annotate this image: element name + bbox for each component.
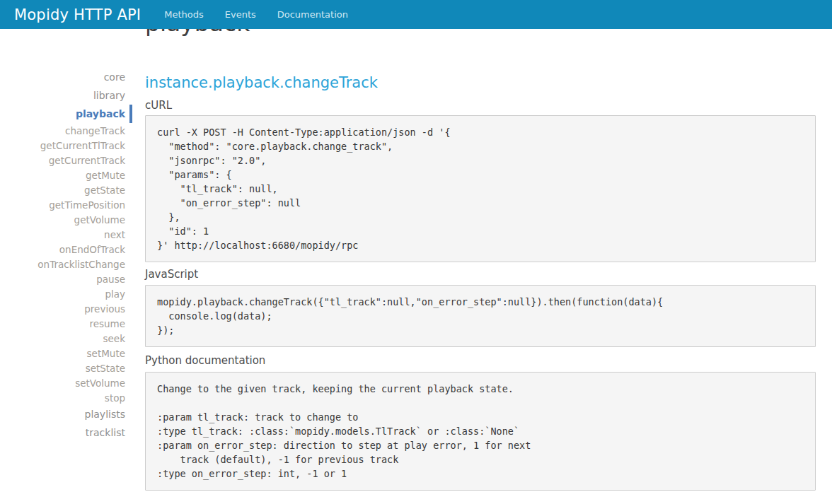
section-label-javascript: JavaScript [145,268,816,281]
brand-title[interactable]: Mopidy HTTP API [14,6,141,23]
sidebar-item-ontracklistchange[interactable]: onTracklistChange [0,257,132,271]
sidebar-item-getvolume[interactable]: getVolume [0,212,132,227]
sidebar-item-getcurrenttrack[interactable]: getCurrentTrack [0,153,132,168]
sidebar-item-stop[interactable]: stop [0,390,132,405]
sidebar-item-onendoftrack[interactable]: onEndOfTrack [0,242,132,257]
sidebar-item-previous[interactable]: previous [0,301,132,316]
sidebar-item-setstate[interactable]: setState [0,361,132,375]
sidebar-item-setmute[interactable]: setMute [0,346,132,361]
code-block-python-documentation[interactable]: Change to the given track, keeping the c… [145,372,816,491]
sidebar-item-changetrack[interactable]: changeTrack [0,123,132,138]
sidebar-item-resume[interactable]: resume [0,316,132,331]
sidebar-item-core[interactable]: core [0,68,132,86]
top-nav: Methods Events Documentation [164,9,369,20]
section-label-python-documentation: Python documentation [145,354,816,367]
code-block-javascript[interactable]: mopidy.playback.changeTrack({"tl_track":… [145,285,816,347]
sidebar-item-playlists[interactable]: playlists [0,405,132,423]
nav-item-methods[interactable]: Methods [164,9,204,20]
sidebar-item-getmute[interactable]: getMute [0,168,132,182]
nav-item-events[interactable]: Events [225,9,256,20]
method-title-link[interactable]: instance.playback.changeTrack [145,74,816,92]
nav-item-documentation[interactable]: Documentation [277,9,348,20]
section-label-curl: cURL [145,99,816,112]
top-header-bar: Mopidy HTTP API Methods Events Documenta… [0,0,832,29]
code-block-curl[interactable]: curl -X POST -H Content-Type:application… [145,115,816,262]
main-content: playback instance.playback.changeTrack c… [145,0,816,491]
sidebar-item-pause[interactable]: pause [0,271,132,286]
sidebar-nav: core library playback changeTrack getCur… [0,68,132,442]
sidebar-item-seek[interactable]: seek [0,331,132,346]
sidebar-item-getstate[interactable]: getState [0,182,132,197]
sidebar-item-playback[interactable]: playback [0,105,132,123]
sidebar-item-setvolume[interactable]: setVolume [0,375,132,390]
sidebar-item-next[interactable]: next [0,227,132,242]
sidebar-item-gettimeposition[interactable]: getTimePosition [0,197,132,212]
sidebar-item-getcurrenttltrack[interactable]: getCurrentTlTrack [0,138,132,153]
sidebar-item-library[interactable]: library [0,86,132,105]
sidebar-item-tracklist[interactable]: tracklist [0,423,132,442]
sidebar-item-play[interactable]: play [0,286,132,301]
